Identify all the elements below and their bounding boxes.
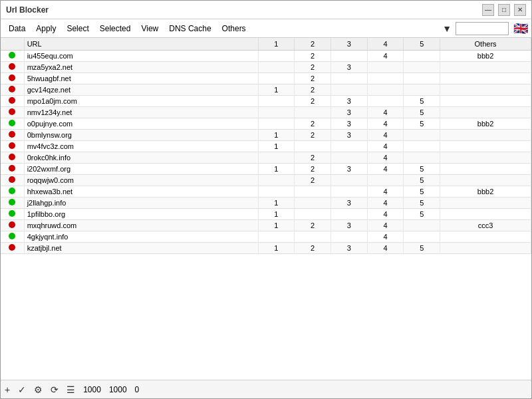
row-url-cell: nmv1z34y.net [24,107,258,118]
row-others-cell: bbb2 [440,118,531,130]
row-col5-cell [404,51,440,62]
row-url-cell: kzatjbjl.net [24,243,258,254]
row-col2-cell: 2 [295,243,331,254]
row-col1-cell [258,152,295,164]
row-dot-cell [1,118,24,130]
row-others-cell [440,209,531,220]
row-url-cell: j2llahgp.info [24,198,258,209]
row-col4-cell: 4 [367,243,404,254]
row-col4-cell: 4 [367,164,404,175]
table-row[interactable]: 0bmlynsw.org 1 2 3 4 [1,130,531,141]
table-row[interactable]: j2llahgp.info 1 3 4 5 [1,198,531,209]
refresh-icon[interactable]: ⟳ [51,384,59,395]
table-row[interactable]: o0pujnye.com 2 3 4 5 bbb2 [1,118,531,130]
row-col3-cell [331,152,367,164]
table-row[interactable]: gcv14qze.net 1 2 [1,84,531,96]
table-row[interactable]: roqqwjw0.com 2 5 [1,175,531,186]
row-others-cell [440,130,531,141]
row-col5-cell [404,152,440,164]
row-others-cell [440,243,531,254]
row-col2-cell: 2 [295,96,331,107]
table-row[interactable]: 1pfilbbo.org 1 4 5 [1,209,531,220]
row-others-cell [440,152,531,164]
row-col1-cell: 1 [258,130,295,141]
status-dot-icon [9,188,15,194]
table-row[interactable]: mxqhruwd.com 1 2 3 4 ccc3 [1,220,531,231]
window-title: Url Blocker [6,5,49,15]
row-others-cell [440,198,531,209]
status-dot-icon [9,176,15,183]
table-row[interactable]: iu455equ.com 2 4 bbb2 [1,51,531,62]
menu-selected[interactable]: Selected [94,22,136,35]
row-url-cell: 4gkjyqnt.info [24,231,258,243]
row-others-cell [440,62,531,73]
row-url-cell: mpo1a0jm.com [24,96,258,107]
row-col1-cell [258,107,295,118]
status-dot-icon [9,131,15,138]
row-col4-cell: 4 [367,141,404,152]
row-col2-cell [295,209,331,220]
col-2-header: 2 [295,38,331,51]
search-input[interactable] [456,22,509,35]
col-others-header: Others [440,38,531,51]
row-col3-cell [331,141,367,152]
row-others-cell [440,96,531,107]
table-body: iu455equ.com 2 4 bbb2 mza5yxa2.net 2 3 5… [1,51,531,254]
table-row[interactable]: kzatjbjl.net 1 2 3 4 5 [1,243,531,254]
row-dot-cell [1,209,24,220]
row-col5-cell: 5 [404,107,440,118]
col-dot-header [1,38,24,51]
menu-dns-cache[interactable]: DNS Cache [164,22,216,35]
row-col5-cell: 5 [404,186,440,198]
close-button[interactable]: ✕ [514,4,526,16]
sort-icon[interactable]: ▼ [442,23,452,34]
row-col2-cell [295,231,331,243]
row-col3-cell [331,84,367,96]
row-col3-cell [331,186,367,198]
table-header-row: URL 1 2 3 4 5 Others [1,38,531,51]
maximize-button[interactable]: □ [498,4,510,16]
status-dot-icon [9,233,15,239]
language-flag-icon[interactable]: 🇬🇧 [513,23,529,34]
menu-bar: Data Apply Select Selected View DNS Cach… [1,19,531,38]
row-url-cell: iu455equ.com [24,51,258,62]
menu-view[interactable]: View [136,22,164,35]
row-col3-cell: 3 [331,220,367,231]
row-others-cell [440,141,531,152]
table-row[interactable]: mpo1a0jm.com 2 3 5 [1,96,531,107]
row-col4-cell [367,62,404,73]
table-row[interactable]: 5hwuagbf.net 2 [1,73,531,84]
minimize-button[interactable]: — [482,4,494,16]
table-row[interactable]: hhxewa3b.net 4 5 bbb2 [1,186,531,198]
row-col2-cell: 2 [295,62,331,73]
table-row[interactable]: 4gkjyqnt.info 4 [1,231,531,243]
row-dot-cell [1,220,24,231]
check-icon[interactable]: ✓ [18,384,26,395]
row-others-cell [440,231,531,243]
table-row[interactable]: i202wxmf.org 1 2 3 4 5 [1,164,531,175]
row-others-cell [440,73,531,84]
row-url-cell: mza5yxa2.net [24,62,258,73]
table-row[interactable]: mv4fvc3z.com 1 4 [1,141,531,152]
row-col1-cell [258,175,295,186]
menu-others[interactable]: Others [217,22,251,35]
status-dot-icon [9,244,15,251]
row-col2-cell: 2 [295,84,331,96]
row-dot-cell [1,51,24,62]
list-icon[interactable]: ☰ [66,384,75,395]
menu-data[interactable]: Data [3,22,31,35]
status-dot-icon [9,142,15,149]
gear-icon[interactable]: ⚙ [34,384,43,395]
table-row[interactable]: mza5yxa2.net 2 3 [1,62,531,73]
table-row[interactable]: 0rokc0hk.info 2 4 [1,152,531,164]
table-row[interactable]: nmv1z34y.net 3 4 5 [1,107,531,118]
row-col1-cell [258,118,295,130]
row-col2-cell: 2 [295,73,331,84]
menu-apply[interactable]: Apply [31,22,61,35]
row-others-cell [440,84,531,96]
row-url-cell: 0rokc0hk.info [24,152,258,164]
menu-select[interactable]: Select [61,22,94,35]
row-others-cell [440,107,531,118]
add-icon[interactable]: + [5,384,10,395]
row-dot-cell [1,175,24,186]
